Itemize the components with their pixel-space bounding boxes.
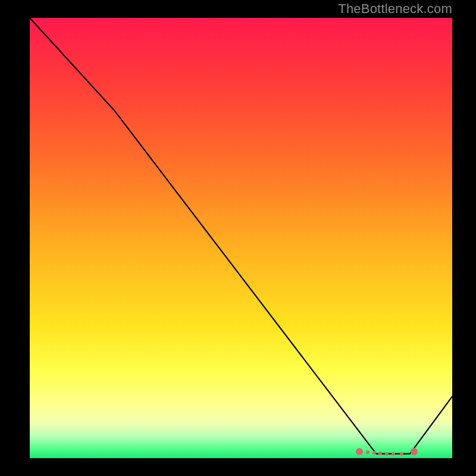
data-marker <box>378 452 382 455</box>
plot-area <box>30 18 452 458</box>
chart-stage: TheBottleneck.com <box>0 0 476 476</box>
data-marker <box>372 451 376 455</box>
data-marker <box>411 448 418 455</box>
watermark-text: TheBottleneck.com <box>338 1 452 17</box>
data-marker <box>385 452 389 456</box>
data-marker <box>400 452 403 456</box>
data-marker <box>392 452 395 456</box>
data-marker <box>356 448 363 455</box>
marker-layer <box>30 18 452 458</box>
data-marker <box>366 450 369 454</box>
